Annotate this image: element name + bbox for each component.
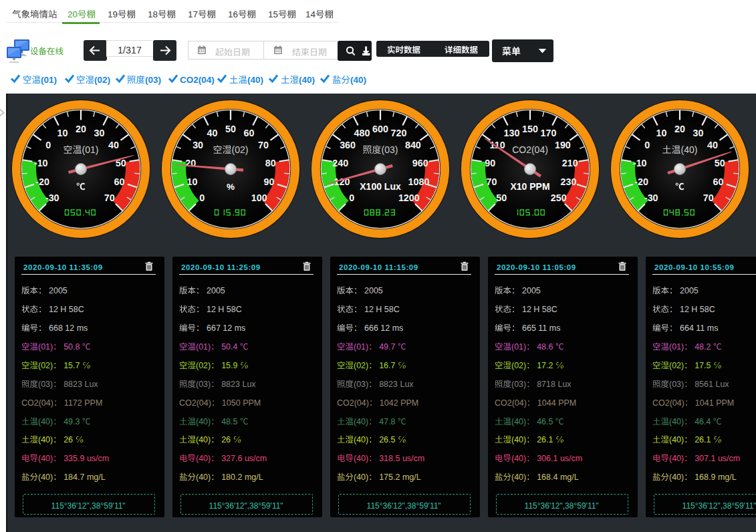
svg-text:168.9 mg/L: 168.9 mg/L <box>692 473 737 482</box>
svg-text:(02): (02) <box>354 361 368 370</box>
svg-text:(40): (40) <box>196 473 211 482</box>
svg-text:327.6 us/cm: 327.6 us/cm <box>219 454 267 463</box>
svg-text:70: 70 <box>258 140 269 150</box>
svg-text:318.5 us/cm: 318.5 us/cm <box>377 454 425 463</box>
svg-text:150: 150 <box>522 123 538 134</box>
svg-text:0: 0 <box>45 140 51 150</box>
svg-text:50.4: 50.4 <box>219 342 240 352</box>
svg-text:CO2(04): CO2(04) <box>495 398 527 408</box>
svg-text:0: 0 <box>199 192 205 203</box>
svg-text:1050 PPM: 1050 PPM <box>219 398 261 408</box>
svg-text:12 H 58C: 12 H 58C <box>678 305 715 314</box>
svg-text:2020-09-10 10:55:09: 2020-09-10 10:55:09 <box>654 263 734 271</box>
svg-text:80: 80 <box>265 157 276 168</box>
svg-text:667 12 ms: 667 12 ms <box>205 323 246 333</box>
svg-text:(40): (40) <box>38 473 53 482</box>
svg-text:180.2 mg/L: 180.2 mg/L <box>219 473 263 482</box>
svg-text:(40): (40) <box>680 144 697 155</box>
svg-text:70: 70 <box>486 176 497 186</box>
svg-text:(40): (40) <box>669 436 684 445</box>
svg-text:CO2(04): CO2(04) <box>21 398 53 408</box>
svg-text:184.7 mg/L: 184.7 mg/L <box>61 473 106 482</box>
svg-text:210: 210 <box>562 157 578 168</box>
svg-text:10: 10 <box>57 128 68 138</box>
svg-text:20: 20 <box>76 123 86 134</box>
svg-text:(40): (40) <box>196 417 211 426</box>
svg-text:(01): (01) <box>41 75 57 85</box>
svg-text:15: 15 <box>268 9 278 19</box>
svg-text:600: 600 <box>372 123 388 134</box>
svg-text:%: % <box>227 182 235 192</box>
svg-text:2005: 2005 <box>205 286 225 295</box>
svg-text:(02): (02) <box>38 361 53 370</box>
svg-text:(40): (40) <box>511 436 526 445</box>
svg-text:(40): (40) <box>354 473 368 482</box>
svg-text:90: 90 <box>485 157 495 168</box>
svg-text:50: 50 <box>225 123 236 134</box>
svg-text:CO2(04): CO2(04) <box>337 398 369 408</box>
svg-text:40: 40 <box>707 140 718 150</box>
svg-text:666 12 ms: 666 12 ms <box>362 323 404 333</box>
svg-text:(40): (40) <box>247 75 263 85</box>
svg-text:307.1 us/cm: 307.1 us/cm <box>692 454 741 463</box>
svg-text:40: 40 <box>207 128 217 138</box>
svg-text:26.1: 26.1 <box>535 436 555 445</box>
svg-text:90: 90 <box>263 176 274 186</box>
svg-text:8823 Lux: 8823 Lux <box>219 380 257 389</box>
svg-text:40: 40 <box>108 140 119 150</box>
svg-text:(03): (03) <box>196 380 211 389</box>
svg-text:(40): (40) <box>354 436 368 445</box>
svg-text:(03): (03) <box>511 380 526 389</box>
svg-text:100: 100 <box>251 192 267 203</box>
svg-text:115°36'12",38°59'11": 115°36'12",38°59'11" <box>51 501 126 510</box>
svg-text:2005: 2005 <box>520 286 541 295</box>
svg-text:16.7: 16.7 <box>377 361 398 370</box>
svg-text:480: 480 <box>354 128 370 138</box>
svg-text:12 H 58C: 12 H 58C <box>362 305 400 314</box>
svg-text:-20: -20 <box>35 176 49 186</box>
svg-text:240: 240 <box>332 157 348 168</box>
svg-text:0: 0 <box>349 192 354 203</box>
svg-text:(40): (40) <box>299 75 315 85</box>
svg-text:12 H 58C: 12 H 58C <box>205 305 242 314</box>
svg-text:17.5: 17.5 <box>692 361 713 370</box>
svg-text:26: 26 <box>219 436 233 445</box>
svg-text:70: 70 <box>703 192 714 203</box>
svg-text:(03): (03) <box>381 144 398 155</box>
svg-text:(01): (01) <box>511 342 526 352</box>
svg-text:(40): (40) <box>350 75 366 85</box>
svg-text:CO2(04): CO2(04) <box>652 398 684 408</box>
svg-text:2005: 2005 <box>47 286 68 295</box>
svg-text:12 H 58C: 12 H 58C <box>47 305 84 314</box>
svg-text:1044 PPM: 1044 PPM <box>535 398 576 408</box>
svg-text:306.1 us/cm: 306.1 us/cm <box>535 454 583 463</box>
svg-text:335.9 us/cm: 335.9 us/cm <box>61 454 110 463</box>
svg-text:48.5: 48.5 <box>219 417 240 426</box>
svg-text:50: 50 <box>496 192 507 203</box>
svg-text:(01): (01) <box>38 342 53 352</box>
svg-text:(40): (40) <box>354 454 368 463</box>
svg-text:360: 360 <box>340 140 356 150</box>
svg-text:17: 17 <box>188 9 198 19</box>
svg-text:115°36'12",38°59'11": 115°36'12",38°59'11" <box>682 501 756 510</box>
svg-text:115°36'12",38°59'11": 115°36'12",38°59'11" <box>525 501 599 510</box>
svg-text:(02): (02) <box>231 144 248 155</box>
svg-text:49.3: 49.3 <box>61 417 82 426</box>
svg-text:(02): (02) <box>196 361 211 370</box>
svg-text:840: 840 <box>405 140 421 150</box>
svg-text:230: 230 <box>560 176 576 186</box>
svg-text:-20: -20 <box>634 176 648 186</box>
svg-text:60: 60 <box>713 176 723 186</box>
svg-text:49.7: 49.7 <box>377 342 398 352</box>
svg-text:46.4: 46.4 <box>692 417 713 426</box>
svg-text:(40): (40) <box>354 417 368 426</box>
svg-text:70: 70 <box>104 192 115 203</box>
svg-text:(40): (40) <box>38 417 53 426</box>
svg-text:60: 60 <box>243 128 254 138</box>
svg-text:250: 250 <box>551 192 567 203</box>
svg-text:115°36'12",38°59'11": 115°36'12",38°59'11" <box>367 501 441 510</box>
svg-text:175.2 mg/L: 175.2 mg/L <box>377 473 421 482</box>
svg-text:-10: -10 <box>633 157 647 168</box>
svg-text:X10 PPM: X10 PPM <box>510 181 549 192</box>
svg-text:26.5: 26.5 <box>377 436 398 445</box>
